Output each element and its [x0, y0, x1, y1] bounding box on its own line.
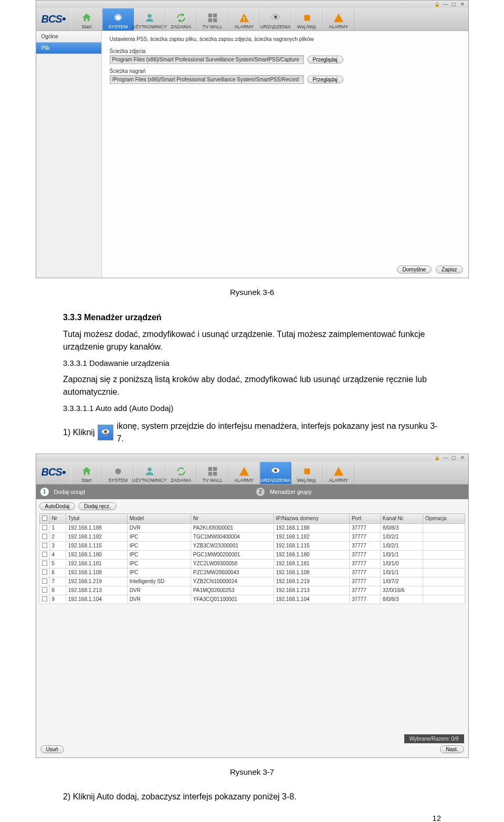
record-path-input[interactable] [110, 75, 304, 84]
minimize-icon[interactable]: — [443, 455, 448, 460]
col-ip: IP/Nazwa domeny [274, 513, 349, 523]
svg-point-12 [104, 430, 108, 433]
nav-system[interactable]: SYSTEM [102, 8, 134, 30]
nav-tasks[interactable]: ZADANIA [165, 462, 197, 484]
browse-photo-button[interactable]: Przeglądaj [307, 56, 343, 64]
cell-ip: 192.168.1.181 [274, 559, 349, 568]
lock-icon[interactable]: 🔒 [435, 2, 440, 7]
camera-icon [270, 12, 281, 24]
io-icon [301, 466, 313, 477]
cell-ip: 192.168.1.188 [274, 523, 349, 532]
nav-users[interactable]: UŻYTKOWNICY [134, 8, 165, 30]
nav-label: TV WALL [203, 478, 223, 483]
cell-operation [423, 559, 465, 568]
svg-point-1 [148, 14, 151, 18]
nav-devices[interactable]: URZĄDZENIA [260, 8, 291, 30]
close-icon[interactable]: ✕ [460, 455, 465, 460]
table-row[interactable]: 4 192.168.1.180 IPC PGC1MW00200001 192.1… [39, 550, 465, 559]
nav-tvwall[interactable]: TV WALL [197, 8, 228, 30]
camera-icon-inline [98, 425, 113, 440]
row-checkbox[interactable] [42, 570, 47, 575]
browse-record-button[interactable]: Przeglądaj [307, 76, 343, 83]
svg-rect-13 [104, 434, 108, 436]
cell-port: 37777 [349, 568, 380, 577]
nav-label: ALARMY [234, 24, 254, 29]
titlebar: 🔒 — ▢ ✕ [36, 454, 468, 461]
cell-channel: 8/0/8/3 [380, 523, 423, 532]
manual-add-button[interactable]: Dodaj ręcz. [78, 502, 117, 510]
cell-nr: 6 [49, 568, 66, 577]
side-tab-file[interactable]: Plik [36, 43, 101, 54]
nav-alarms-2[interactable]: ALARMY [323, 462, 354, 484]
step-1[interactable]: 1 Dodaj urząd [36, 488, 253, 496]
step-2[interactable]: 2 Menadżer grupy [252, 488, 468, 496]
home-icon [81, 466, 92, 477]
nav-alarms-1[interactable]: ALARMY [228, 8, 260, 30]
nav-users[interactable]: UŻYTKOWNICY [134, 462, 165, 484]
minimize-icon[interactable]: — [443, 2, 448, 7]
row-checkbox[interactable] [42, 561, 47, 566]
nav-io[interactable]: Wej./Wyj. [291, 8, 323, 30]
row-checkbox[interactable] [42, 578, 47, 584]
maximize-icon[interactable]: ▢ [452, 2, 457, 7]
cell-model: IPC [127, 541, 191, 550]
row-checkbox[interactable] [42, 543, 47, 548]
delete-button[interactable]: Usuń [40, 745, 64, 753]
cell-port: 37777 [349, 586, 380, 595]
table-row[interactable]: 2 192.168.1.182 IPC TGC1MW00400004 192.1… [39, 532, 465, 541]
page-number: 12 [63, 814, 441, 822]
row-checkbox[interactable] [42, 534, 47, 539]
cell-serial: PGC1MW00200001 [191, 550, 274, 559]
row-checkbox[interactable] [42, 525, 47, 530]
nav-io[interactable]: Wej./Wyj. [291, 462, 323, 484]
nav-devices[interactable]: URZĄDZENIA [260, 462, 291, 484]
cell-title: 192.168.1.180 [66, 550, 127, 559]
heading-3-3-3-1-1: 3.3.3.1.1 Auto add (Auto Dodaj) [63, 403, 441, 415]
table-row[interactable]: 8 192.168.1.213 DVR PA1MQ02600253 192.16… [39, 586, 465, 595]
svg-rect-17 [213, 467, 217, 470]
nav-alarms-1[interactable]: ALARMY [228, 462, 260, 484]
figure-caption-2: Rysunek 3-7 [63, 766, 441, 778]
nav-tvwall[interactable]: TV WALL [197, 462, 228, 484]
cell-model: DVR [127, 523, 191, 532]
cell-operation [423, 532, 465, 541]
nav-system[interactable]: SYSTEM [102, 462, 134, 484]
table-row[interactable]: 5 192.168.1.181 IPC YZC2LW09300058 192.1… [39, 559, 465, 568]
cell-port: 37777 [349, 559, 380, 568]
select-all-checkbox[interactable] [42, 515, 47, 521]
table-row[interactable]: 1 192.168.1.188 DVR PA2KU09300001 192.16… [39, 523, 465, 532]
next-button[interactable]: Nast. [440, 745, 464, 753]
nav-label: ZADANIA [171, 24, 191, 29]
row-checkbox[interactable] [42, 552, 47, 557]
close-icon[interactable]: ✕ [460, 2, 465, 7]
cell-operation [423, 523, 465, 532]
row-checkbox[interactable] [42, 596, 47, 602]
side-tab-general[interactable]: Ogólne [36, 31, 101, 43]
nav-alarms-2[interactable]: ALARMY [323, 8, 354, 30]
nav-start[interactable]: Start [71, 462, 102, 484]
table-row[interactable]: 9 192.168.1.104 DVR YFA3CQ01100001 192.1… [39, 595, 465, 604]
nav-label: ALARMY [234, 478, 254, 483]
table-row[interactable]: 7 192.168.1.219 Intelligentiy SD YZB2CN1… [39, 577, 465, 586]
table-row[interactable]: 3 192.168.1.115 IPC YZB3CW23300001 192.1… [39, 541, 465, 550]
cell-serial: PZC2MW28600043 [191, 568, 274, 577]
default-button[interactable]: Domyślne [397, 266, 432, 273]
cell-nr: 8 [49, 586, 66, 595]
col-port: Port [349, 513, 380, 523]
lock-icon[interactable]: 🔒 [435, 455, 440, 460]
nav-start[interactable]: Start [71, 8, 102, 30]
save-button[interactable]: Zapisz [436, 266, 463, 273]
auto-add-button[interactable]: AutoDodaj [39, 502, 76, 510]
cell-channel: 32/0/16/6 [380, 586, 423, 595]
photo-path-input[interactable] [110, 55, 304, 64]
cell-operation [423, 550, 465, 559]
svg-rect-18 [208, 471, 212, 475]
figure-caption-1: Rysunek 3-6 [63, 287, 441, 299]
cell-channel: 1/0/1/1 [380, 550, 423, 559]
brand-logo: BCS [36, 7, 71, 30]
nav-tasks[interactable]: ZADANIA [165, 8, 197, 30]
table-row[interactable]: 6 192.168.1.108 IPC PZC2MW28600043 192.1… [39, 568, 465, 577]
maximize-icon[interactable]: ▢ [452, 455, 457, 460]
row-checkbox[interactable] [42, 587, 47, 593]
cell-serial: PA2KU09300001 [191, 523, 274, 532]
